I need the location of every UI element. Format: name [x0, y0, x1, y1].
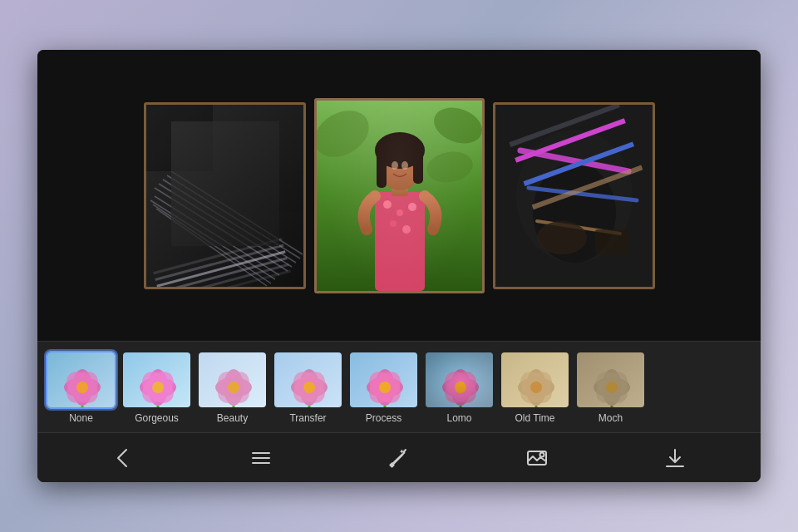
filter-beauty[interactable]: Beauty	[197, 351, 268, 424]
svg-point-20	[390, 220, 397, 227]
svg-point-49	[152, 382, 164, 393]
filter-thumb-oldtime	[500, 351, 570, 409]
filter-lomo[interactable]: Lomo	[424, 351, 495, 424]
frame-center-image	[317, 101, 482, 291]
svg-rect-79	[426, 352, 495, 409]
svg-point-28	[401, 161, 408, 170]
svg-point-92	[606, 382, 618, 393]
filter-label-moch: Moch	[598, 412, 623, 424]
filter-thumb-moch	[575, 351, 646, 409]
svg-point-21	[402, 225, 411, 234]
svg-point-14	[428, 101, 481, 149]
svg-point-15	[424, 148, 475, 185]
app-window: None	[37, 50, 761, 482]
svg-point-104	[540, 452, 544, 456]
filter-label-process: Process	[366, 412, 401, 424]
filter-thumb-beauty	[197, 351, 268, 409]
svg-rect-22	[392, 180, 408, 196]
svg-point-19	[408, 203, 416, 211]
svg-point-35	[537, 221, 587, 254]
menu-button[interactable]	[243, 440, 279, 476]
frame-right-image	[495, 105, 653, 287]
filter-oldtime[interactable]: Old Time	[500, 351, 570, 424]
photo-frame-center	[314, 98, 485, 293]
magic-button[interactable]: ✦	[381, 440, 417, 476]
photo-frame-right	[493, 102, 655, 289]
filter-moch[interactable]: Moch	[575, 351, 646, 424]
svg-point-42	[76, 382, 88, 393]
filter-none[interactable]: None	[46, 351, 116, 424]
svg-rect-12	[317, 101, 482, 291]
svg-point-13	[317, 101, 377, 165]
filter-thumb-transfer	[273, 351, 343, 409]
svg-point-85	[530, 382, 542, 393]
filter-thumb-lomo	[424, 351, 495, 409]
filter-strip: None	[37, 341, 761, 432]
svg-point-56	[228, 382, 239, 393]
svg-point-63	[303, 382, 315, 393]
filter-thumb-gorgeous	[121, 351, 192, 409]
filter-label-beauty: Beauty	[217, 412, 248, 424]
svg-rect-26	[413, 150, 423, 184]
filter-label-transfer: Transfer	[289, 412, 326, 424]
filter-process[interactable]: Process	[348, 351, 419, 424]
frame-left-image	[146, 105, 303, 287]
download-button[interactable]	[657, 440, 693, 476]
svg-rect-36	[595, 229, 628, 254]
photo-frame-left	[144, 102, 306, 289]
back-button[interactable]	[105, 440, 141, 476]
svg-point-23	[377, 135, 423, 190]
svg-point-24	[375, 132, 425, 169]
filter-thumb-process	[348, 351, 419, 409]
filter-transfer[interactable]: Transfer	[273, 351, 343, 424]
svg-line-101	[392, 453, 404, 465]
photo-area	[37, 50, 761, 341]
filter-thumb-none	[46, 351, 116, 409]
svg-rect-25	[377, 150, 387, 188]
filter-label-lomo: Lomo	[446, 412, 471, 424]
svg-rect-11	[146, 105, 213, 171]
filter-label-none: None	[69, 412, 93, 424]
svg-rect-16	[375, 192, 425, 291]
svg-point-70	[379, 382, 391, 393]
gallery-button[interactable]	[519, 440, 555, 476]
svg-point-27	[392, 161, 398, 170]
svg-point-17	[383, 200, 392, 209]
filter-label-gorgeous: Gorgeous	[135, 412, 179, 424]
filter-label-oldtime: Old Time	[515, 412, 554, 424]
filter-gorgeous[interactable]: Gorgeous	[121, 351, 192, 424]
svg-point-18	[397, 209, 403, 216]
toolbar: ✦	[37, 432, 761, 482]
